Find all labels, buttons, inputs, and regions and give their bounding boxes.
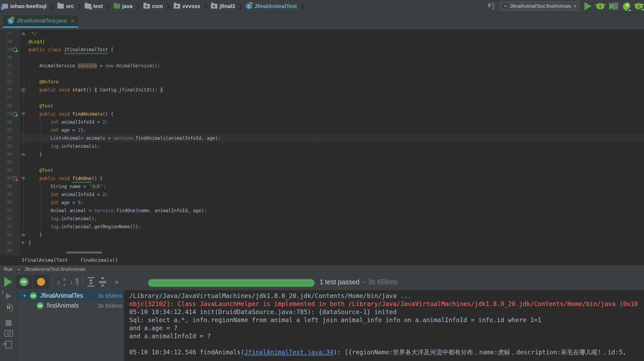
fold-arrow-icon[interactable] [22,241,25,244]
debug-icon[interactable] [596,3,604,9]
horizontal-scrollbar[interactable] [66,252,102,253]
fold-end-icon[interactable] [22,233,25,236]
editor-line[interactable]: 24+ public void start() { Config.jfinalI… [0,86,644,94]
expand-arrow-icon[interactable]: ▼ [23,293,27,298]
show-passed-toggle[interactable]: OK [16,275,32,289]
gutter-vcs-cell [18,62,20,70]
console-line: and a.animalInfoId = ? [129,332,644,340]
editor-line[interactable]: 18@Log4j [0,38,644,46]
breadcrumb-item-vvvsss[interactable]: vvvsss [174,3,200,9]
editor-line[interactable]: 28 @Test [0,102,644,110]
editor-line[interactable]: 33 log.info(animals); [0,142,644,150]
sort-by-duration-icon[interactable]: ↓ [70,277,79,287]
gutter-vcs-cell [18,134,20,142]
editor-line[interactable]: 40 int age = 9; [0,198,644,207]
close-icon[interactable]: × [71,18,74,24]
editor-line[interactable]: 19public class JfinalAnimalTest { [0,46,644,54]
run-with-coverage-icon[interactable] [609,2,618,10]
editor-line[interactable]: 23 @Before [0,78,644,86]
line-number: 28 [0,102,12,110]
editor-line[interactable]: 34 } [0,150,644,158]
editor-line[interactable]: 39 int animalInfoId = 2; [0,190,644,198]
exit-icon[interactable] [5,341,12,348]
gutter-run-cell [12,190,18,198]
test-tree-row[interactable]: ▼OKJfinalAnimalTes3s 658ms [17,291,124,301]
breadcrumb-item-java[interactable]: java [114,3,133,9]
gutter-vcs-cell [18,190,20,198]
breadcrumb-item-jfinalanimaltest[interactable]: CJfinalAnimalTest [246,3,297,9]
breadcrumb-item-iohao-beetlsql[interactable]: iohao-beetlsql [2,3,47,9]
breadcrumb-item-jfinal3[interactable]: jfinal3 [211,3,235,9]
editor-line[interactable]: 22 [0,70,644,78]
stop-icon[interactable] [6,320,12,326]
test-duration: 3s 658ms [98,303,122,309]
more-icon[interactable]: » [115,278,118,286]
editor-line[interactable]: 21 AnimalService service = new AnimalSer… [0,62,644,70]
fold-expand-icon[interactable]: + [21,88,26,92]
editor-line[interactable]: 46 [0,247,644,255]
test-error-run-icon[interactable]: ! [12,176,17,181]
code-text: } [26,239,31,247]
run-configuration-select[interactable]: JfinalAnimalTest.findAnimals ▼ [499,1,580,11]
editor-line[interactable]: 35 [0,158,644,166]
editor-line[interactable]: 27 [0,94,644,102]
code-text: public void start() { Config.jfinalInit3… [26,86,163,94]
breadcrumb-item-test[interactable]: test [85,3,103,9]
chevron-right-icon: ❯ [77,2,82,10]
fold-end-icon[interactable] [22,153,25,156]
breadcrumb-method[interactable]: findAnimals() [80,257,118,263]
console-output[interactable]: /Library/Java/JavaVirtualMachines/jdk1.8… [124,290,644,361]
rerun-failed-tests-icon[interactable]: ! [6,293,11,299]
editor-line[interactable]: 45} [0,239,644,247]
gutter-vcs-cell [18,142,20,150]
editor-line[interactable]: 20 [0,54,644,62]
jrebel-debug-icon[interactable]: JR [635,3,643,9]
gutter-run-cell [12,142,18,150]
editor-line[interactable]: 44 } [0,231,644,239]
test-passed-run-icon[interactable] [13,112,17,116]
gutter-fold-cell [20,30,26,38]
test-passed-badge: OK [30,292,37,299]
editor-line[interactable]: 32 List<Animal> animals = service.findAn… [0,134,644,142]
gutter-vcs-cell [18,78,20,86]
code-editor[interactable]: 17 */18@Log4j19public class JfinalAnimal… [0,30,644,255]
breadcrumb-item-src[interactable]: src [57,3,74,9]
editor-line[interactable]: 41 Animal animal = service.findOne(name,… [0,207,644,215]
editor-line[interactable]: 31 int age = 15; [0,126,644,134]
test-tree-row[interactable]: OKfindAnimals3s 658ms [17,301,124,311]
rerun-icon[interactable] [4,277,12,287]
update-project-icon[interactable]: 011001 [487,3,495,10]
fold-end-icon[interactable] [22,32,25,35]
breadcrumb-item-com[interactable]: com [143,3,163,9]
gutter-fold-cell [20,70,26,78]
console-file-link[interactable]: JfinalAnimalTest.java:34 [244,349,333,356]
fold-open-icon[interactable] [22,112,25,116]
expand-all-icon[interactable] [87,277,95,286]
jrebel-run-icon[interactable]: JR [623,2,630,10]
gutter-fold-cell [20,247,26,255]
sort-alphabetically-icon[interactable]: ↓az [57,277,66,287]
editor-line[interactable]: 29 public void findAnimals() { [0,110,644,118]
gutter-vcs-cell [18,70,20,78]
show-ignored-toggle[interactable] [33,275,49,289]
run-icon[interactable] [584,2,591,10]
editor-line[interactable]: 36 @Test [0,166,644,174]
gutter-vcs-cell [18,126,20,134]
thread-dump-icon[interactable] [4,330,13,337]
editor-line[interactable]: 37! public void fidnOne() { [0,174,644,182]
test-passed-run-icon[interactable] [13,47,17,52]
gutter-vcs-cell [18,46,20,54]
breadcrumb-class[interactable]: JfinalAnimalTest [21,257,68,263]
run-toolbar: OK ↓az ↓ » 1 test passed – 3s 658ms [0,274,644,290]
line-number: 29 [0,110,12,118]
editor-line[interactable]: 30 int animalInfoId = 2; [0,118,644,126]
editor-tab-bar: C JfinalAnimalTest.java × [0,13,644,30]
editor-line[interactable]: 42 log.info(animal); [0,215,644,223]
editor-line[interactable]: 43 log.info(animal.getRegionName()); [0,223,644,231]
editor-line[interactable]: 17 */ [0,30,644,38]
fold-open-icon[interactable] [22,177,25,180]
rerun-automatically-icon[interactable] [5,304,13,311]
collapse-all-icon[interactable] [99,277,107,286]
tab-jfinalanimaltest-java[interactable]: C JfinalAnimalTest.java × [3,15,78,28]
editor-line[interactable]: 38 String name = "海豚"; [0,182,644,190]
